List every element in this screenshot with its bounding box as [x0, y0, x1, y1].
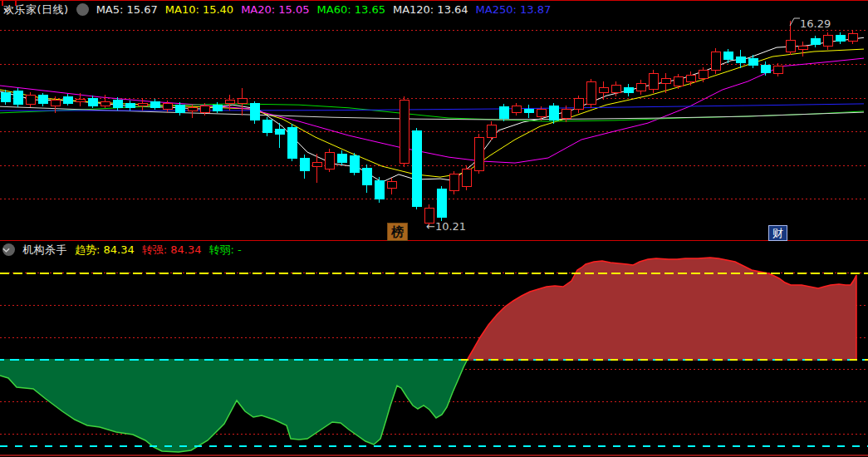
stock-title: 欢乐家(日线) [3, 2, 69, 17]
chevron-down-icon[interactable] [2, 243, 15, 256]
indicator-name: 机构杀手 [22, 243, 67, 257]
app-window: 欢乐家(日线) MA5: 15.67 MA10: 15.40 MA20: 15.… [0, 0, 868, 457]
legend-ma60: MA60: 13.65 [317, 2, 385, 17]
indicator-turn-strong: 转强: 84.34 [142, 243, 202, 257]
main-chart-header: 欢乐家(日线) MA5: 15.67 MA10: 15.40 MA20: 15.… [3, 2, 551, 17]
sub-chart-canvas[interactable] [0, 242, 868, 457]
rank-badge[interactable]: 榜 [387, 223, 408, 241]
indicator-turn-weak: 转弱: - [208, 243, 241, 257]
chevron-down-icon[interactable] [76, 3, 89, 16]
sub-chart-header: 机构杀手 趋势: 84.34 转强: 84.34 转弱: - [2, 243, 242, 257]
legend-ma250: MA250: 13.87 [476, 2, 552, 17]
high-price-annotation: 16.29 [800, 17, 831, 30]
legend-ma5: MA5: 15.67 [96, 2, 158, 17]
main-chart-canvas[interactable] [0, 0, 868, 242]
legend-ma10: MA10: 15.40 [165, 2, 233, 17]
legend-ma120: MA120: 13.64 [393, 2, 468, 17]
legend-ma20: MA20: 15.05 [241, 2, 309, 17]
low-price-annotation: ←10.21 [426, 220, 466, 233]
indicator-trend: 趋势: 84.34 [75, 243, 135, 257]
finance-badge[interactable]: 财 [768, 225, 787, 241]
